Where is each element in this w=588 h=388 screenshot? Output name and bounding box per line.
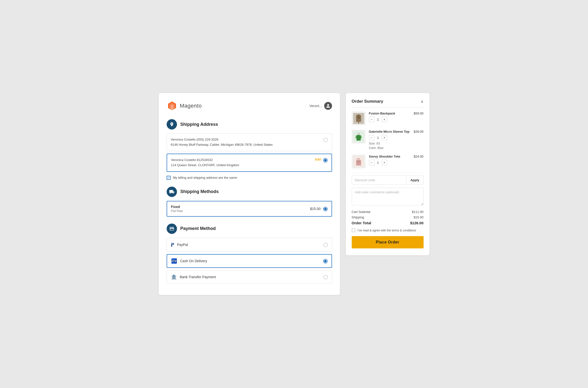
paypal-icon: P — [171, 242, 174, 248]
shipping-method-info: Fixed Flat Rate — [171, 205, 310, 213]
qty-plus-2[interactable]: + — [382, 135, 387, 140]
product-name-2: Gabrielle Micro Sleeve Top — [369, 130, 410, 133]
payment-cod[interactable]: 🏧 Cash On Delivery — [167, 254, 332, 268]
qty-minus-2[interactable]: − — [369, 135, 374, 140]
cod-label: 🏧 Cash On Delivery — [171, 258, 207, 264]
terms-row: I've read & agree with the terms & condi… — [352, 228, 423, 232]
payment-method-title: Payment Method — [180, 226, 216, 231]
address-radio-1[interactable] — [323, 138, 328, 142]
address-line2-1: 6146 Honey Bluff Parkway, Calder, Michig… — [171, 142, 323, 147]
user-area[interactable]: Veroni... — [309, 102, 332, 110]
qty-plus-1[interactable]: + — [382, 117, 387, 122]
order-summary-header: Order Summary ∧ — [352, 99, 423, 108]
product-item-1: Fusion Backpack − 1 + $59.00 — [352, 112, 423, 125]
address-text-1: Veronica Costello (555) 229-3326 6146 Ho… — [171, 137, 323, 147]
shipping-address-icon — [167, 119, 177, 129]
payment-bank[interactable]: 🏦 Bank Transfer Payment — [167, 270, 332, 284]
product-details-1: Fusion Backpack − 1 + — [369, 112, 410, 123]
qty-controls-1: − 1 + — [369, 117, 410, 122]
paypal-name: PayPal — [177, 243, 188, 247]
product-item-2: Gabrielle Micro Sleeve Top − 1 + Size: X… — [352, 130, 423, 150]
method-name: Fixed — [171, 205, 310, 209]
terms-checkbox[interactable] — [352, 228, 355, 232]
billing-checkbox[interactable]: ✓ — [167, 176, 171, 180]
bank-label: 🏦 Bank Transfer Payment — [171, 274, 216, 280]
product-details-2: Gabrielle Micro Sleeve Top − 1 + Size: X… — [369, 130, 410, 150]
payment-method-header: Payment Method — [167, 223, 332, 234]
shipping-methods-title: Shipping Methods — [180, 189, 219, 194]
apply-button[interactable]: Apply — [406, 176, 423, 184]
payment-paypal[interactable]: P PayPal — [167, 238, 332, 252]
shipping-method-fixed[interactable]: Fixed Flat Rate $15.00 — [167, 201, 332, 217]
order-comments-input[interactable] — [352, 188, 423, 205]
product-price-2: $28.00 — [414, 130, 423, 133]
order-total-label: Order Total — [352, 221, 371, 225]
product-item-3: Savvy Shoulder Tote − 1 + $24.00 — [352, 155, 423, 169]
product-name-3: Savvy Shoulder Tote — [369, 155, 410, 158]
bank-icon: 🏦 — [171, 274, 177, 280]
shipping-address-header: Shipping Address — [167, 119, 332, 129]
shipping-address-title: Shipping Address — [180, 122, 218, 127]
qty-plus-3[interactable]: + — [382, 160, 387, 165]
address-edit-btn[interactable]: Edit — [315, 158, 321, 161]
svg-rect-2 — [357, 117, 360, 119]
product-name-1: Fusion Backpack — [369, 112, 410, 115]
cod-radio[interactable] — [323, 259, 328, 264]
address-line1-2: Veronica Costello 812534532 — [171, 158, 315, 163]
bank-name: Bank Transfer Payment — [180, 275, 216, 279]
qty-val-3: 1 — [376, 161, 380, 165]
left-panel: Magento Veroni... Shipping Address Veron… — [159, 93, 340, 295]
address-card-2[interactable]: Veronica Costello 812534532 114 Queen St… — [167, 154, 332, 172]
cart-subtotal-label: Cart Subtotal — [352, 210, 370, 214]
product-thumb-3 — [352, 155, 366, 169]
discount-row: Apply — [352, 175, 423, 185]
address-line2-2: 114 Queen Street, CLONTARF, United Kingd… — [171, 163, 315, 168]
paypal-label: P PayPal — [171, 242, 188, 248]
billing-checkbox-label: My billing and shipping address are the … — [173, 176, 237, 179]
cod-name: Cash On Delivery — [180, 259, 207, 263]
right-panel: Order Summary ∧ Fusion Backpack − 1 — [346, 93, 429, 255]
address-line1-1: Veronica Costello (555) 229-3326 — [171, 137, 323, 142]
product-meta-2: Size: XSColor: Blue — [369, 141, 410, 150]
user-name: Veroni... — [309, 104, 322, 108]
svg-rect-3 — [358, 115, 359, 116]
svg-rect-8 — [356, 160, 361, 166]
discount-input[interactable] — [352, 176, 406, 184]
product-details-3: Savvy Shoulder Tote − 1 + — [369, 155, 410, 166]
method-sub: Flat Rate — [171, 209, 310, 213]
shipping-value: $15.00 — [414, 216, 423, 219]
logo-wrap: Magento — [167, 100, 202, 111]
product-thumb-2 — [352, 130, 366, 144]
shipping-methods-header: Shipping Methods — [167, 187, 332, 197]
address-card-1[interactable]: Veronica Costello (555) 229-3326 6146 Ho… — [167, 133, 332, 151]
main-container: Magento Veroni... Shipping Address Veron… — [159, 93, 429, 295]
qty-val-2: 1 — [376, 136, 380, 140]
qty-controls-2: − 1 + — [369, 135, 410, 140]
qty-val-1: 1 — [376, 118, 380, 121]
order-total-row: Order Total $126.00 — [352, 221, 423, 225]
cart-subtotal-row: Cart Subtotal $111.00 — [352, 210, 423, 214]
shipping-method-radio[interactable] — [323, 207, 328, 211]
address-radio-2[interactable] — [323, 158, 328, 163]
shipping-methods-icon — [167, 187, 177, 197]
cart-subtotal-value: $111.00 — [412, 210, 423, 214]
payment-method-icon — [167, 223, 177, 234]
paypal-radio[interactable] — [323, 243, 328, 247]
totals-section: Cart Subtotal $111.00 Shipping $15.00 Or… — [352, 210, 423, 225]
bank-radio[interactable] — [323, 275, 328, 279]
billing-checkbox-row: ✓ My billing and shipping address are th… — [167, 176, 332, 180]
shipping-row: Shipping $15.00 — [352, 216, 423, 219]
product-price-3: $24.00 — [414, 155, 423, 158]
product-thumb-1 — [352, 112, 366, 125]
method-price: $15.00 — [310, 207, 321, 211]
product-price-1: $59.00 — [414, 112, 423, 115]
svg-rect-9 — [357, 161, 360, 163]
terms-label: I've read & agree with the terms & condi… — [358, 229, 416, 232]
logo-area: Magento Veroni... — [167, 100, 332, 111]
magento-logo-icon — [167, 100, 177, 111]
place-order-button[interactable]: Place Order — [352, 236, 423, 248]
logo-text: Magento — [180, 103, 202, 109]
chevron-up-icon[interactable]: ∧ — [421, 99, 423, 104]
qty-minus-1[interactable]: − — [369, 117, 374, 122]
qty-minus-3[interactable]: − — [369, 160, 374, 165]
